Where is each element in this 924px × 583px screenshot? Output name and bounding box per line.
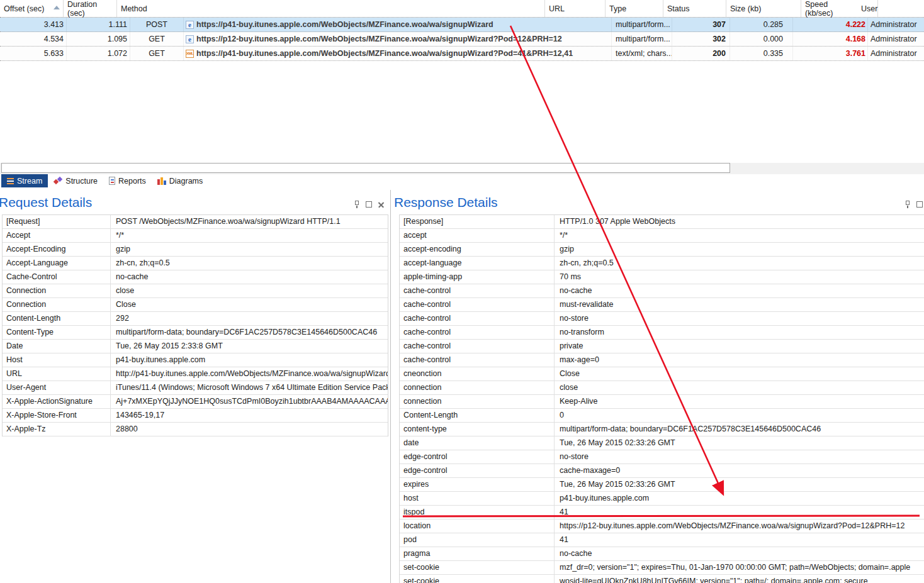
header-value: no-cache (555, 547, 924, 560)
header-value: private (555, 340, 924, 353)
float-icon[interactable] (366, 201, 372, 208)
column-header-speed-kb-sec-[interactable]: Speed (kb/sec) (801, 0, 857, 17)
column-header-size-kb-[interactable]: Size (kb) (726, 0, 801, 17)
header-row[interactable]: Host p41-buy.itunes.apple.com (3, 353, 388, 367)
pin-icon[interactable] (904, 200, 911, 208)
column-header-offset-sec-[interactable]: Offset (sec) (0, 0, 64, 17)
tab-diagrams[interactable]: Diagrams (152, 174, 209, 187)
header-row[interactable]: Cache-Control no-cache (3, 270, 388, 284)
header-value: 292 (111, 312, 388, 325)
horizontal-scrollbar-track[interactable] (0, 163, 924, 174)
header-row[interactable]: Connection Close (3, 298, 388, 312)
panel-splitter[interactable] (390, 190, 391, 583)
header-row[interactable]: expires Tue, 26 May 2015 02:33:26 GMT (400, 478, 924, 492)
header-row[interactable]: Content-Length 292 (3, 312, 388, 326)
header-row[interactable]: connection Keep-Alive (400, 395, 924, 409)
header-row[interactable]: cache-control must-revalidate (400, 298, 924, 312)
header-row[interactable]: itspod 41 (400, 506, 924, 519)
cell-user: Administrator (868, 18, 924, 31)
pin-icon[interactable] (354, 200, 360, 208)
header-row[interactable]: Accept-Encoding gzip (3, 243, 388, 257)
tab-stream[interactable]: Stream (1, 174, 48, 187)
header-row[interactable]: Content-Length 0 (400, 409, 924, 423)
url-type-icon (186, 21, 194, 29)
header-row[interactable]: Date Tue, 26 May 2015 2:33:8 GMT (3, 340, 388, 353)
horizontal-scrollbar-thumb[interactable] (1, 163, 730, 173)
header-row[interactable]: content-type multipart/form-data; bounda… (400, 423, 924, 436)
header-row[interactable]: cache-control max-age=0 (400, 353, 924, 367)
column-header-status[interactable]: Status (663, 0, 726, 17)
header-row[interactable]: [Request] POST /WebObjects/MZFinance.woa… (3, 215, 388, 229)
cell-size: 0.285 (730, 18, 793, 31)
header-row[interactable]: set-cookie mzf_dr=0; version="1"; expire… (400, 561, 924, 575)
header-row[interactable]: accept */* (400, 229, 924, 243)
header-row[interactable]: connection close (400, 381, 924, 395)
header-row[interactable]: X-Apple-Tz 28800 (3, 423, 388, 436)
header-row[interactable]: X-Apple-Store-Front 143465-19,17 (3, 409, 388, 423)
header-row[interactable]: Content-Type multipart/form-data; bounda… (3, 326, 388, 340)
header-row[interactable]: apple-timing-app 70 ms (400, 270, 924, 284)
header-name: Connection (3, 298, 111, 311)
column-header-user[interactable]: User (857, 0, 878, 17)
http-analyzer-window: Offset (sec) Duration (sec) Method URL (0, 0, 924, 583)
header-row[interactable]: Accept */* (3, 229, 388, 243)
header-row[interactable]: pod 41 (400, 533, 924, 547)
header-name: set-cookie (400, 561, 555, 574)
header-value: */* (555, 229, 924, 242)
header-row[interactable]: accept-encoding gzip (400, 243, 924, 257)
header-value: Tue, 26 May 2015 02:33:26 GMT (555, 478, 924, 491)
header-row[interactable]: host p41-buy.itunes.apple.com (400, 492, 924, 506)
header-value: Tue, 26 May 2015 2:33:8 GMT (111, 340, 388, 353)
tab-reports[interactable]: Reports (103, 174, 152, 187)
column-header-method[interactable]: Method (117, 0, 545, 17)
header-name: Accept-Language (3, 257, 111, 270)
tab-icon (157, 177, 166, 185)
header-row[interactable]: cache-control no-store (400, 312, 924, 326)
header-row[interactable]: pragma no-cache (400, 547, 924, 561)
header-value: mzf_dr=0; version="1"; expires=Thu, 01-J… (555, 561, 924, 574)
header-value: p41-buy.itunes.apple.com (555, 492, 924, 505)
header-value: must-revalidate (555, 298, 924, 311)
header-row[interactable]: Connection close (3, 284, 388, 298)
header-value: 0 (555, 409, 924, 422)
header-value: Close (111, 298, 388, 311)
tab-icon (54, 177, 62, 185)
column-header-duration-sec-[interactable]: Duration (sec) (64, 0, 117, 17)
header-row[interactable]: location https://p12-buy.itunes.apple.co… (400, 519, 924, 533)
header-row[interactable]: set-cookie wosid-lite=gUIQknZnkU8hUnITGy… (400, 575, 924, 583)
header-value: gzip (111, 243, 388, 256)
header-row[interactable]: edge-control no-store (400, 450, 924, 464)
float-icon[interactable] (916, 201, 923, 208)
header-name: host (400, 492, 555, 505)
header-row[interactable]: cneonction Close (400, 367, 924, 381)
header-row[interactable]: X-Apple-ActionSignature Aj+7xMXEpYQjJJyN… (3, 395, 388, 409)
table-row[interactable]: 4.534 1.095 GET https://p12-buy.itunes.a… (0, 32, 924, 47)
header-name: cache-control (400, 326, 555, 339)
column-header-type[interactable]: Type (606, 0, 663, 17)
url-type-icon (186, 35, 194, 43)
header-value: no-cache (111, 270, 388, 284)
cell-user: Administrator (868, 47, 924, 60)
header-value: wosid-lite=gUIQknZnkU8hUnITGy66IM; versi… (555, 575, 924, 583)
column-header-url[interactable]: URL (545, 0, 606, 17)
header-name: Connection (3, 284, 111, 297)
header-row[interactable]: Accept-Language zh-cn, zh;q=0.5 (3, 257, 388, 270)
header-row[interactable]: [Response] HTTP/1.0 307 Apple WebObjects (400, 215, 924, 229)
header-row[interactable]: URL http://p41-buy.itunes.apple.com/WebO… (3, 367, 388, 381)
close-icon[interactable] (378, 201, 385, 208)
header-row[interactable]: edge-control cache-maxage=0 (400, 464, 924, 478)
header-row[interactable]: cache-control no-cache (400, 284, 924, 298)
header-row[interactable]: cache-control private (400, 340, 924, 353)
header-row[interactable]: date Tue, 26 May 2015 02:33:26 GMT (400, 436, 924, 450)
header-value: no-store (555, 450, 924, 464)
header-row[interactable]: accept-language zh-cn, zh;q=0.5 (400, 257, 924, 270)
tab-structure[interactable]: Structure (48, 174, 103, 187)
cell-size: 0.335 (730, 47, 793, 60)
url-text: https://p41-buy.itunes.apple.com/WebObje… (196, 20, 493, 29)
header-name: expires (400, 478, 555, 491)
header-value: iTunes/11.4 (Windows; Microsoft Windows … (111, 381, 388, 394)
header-row[interactable]: cache-control no-transform (400, 326, 924, 340)
header-row[interactable]: User-Agent iTunes/11.4 (Windows; Microso… (3, 381, 388, 395)
table-row[interactable]: 3.413 1.111 POST https://p41-buy.itunes.… (0, 18, 924, 32)
table-row[interactable]: 5.633 1.072 GET https://p41-buy.itunes.a… (0, 47, 924, 61)
